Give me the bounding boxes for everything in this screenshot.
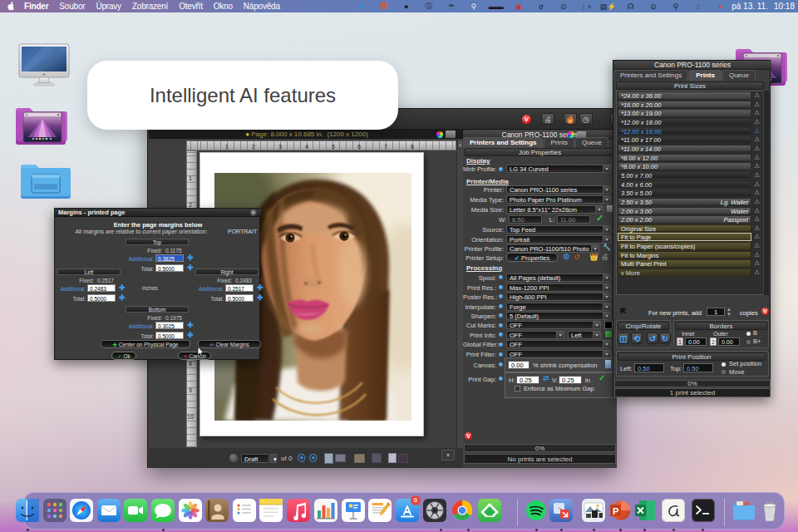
svg-text:P: P [613, 506, 618, 516]
